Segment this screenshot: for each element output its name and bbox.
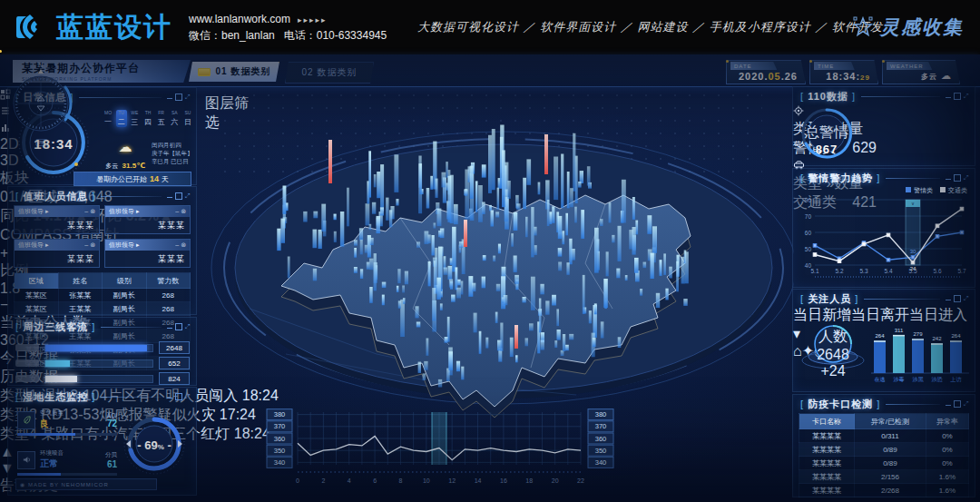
inspiration-collect[interactable]: 灵感收集 bbox=[851, 0, 964, 54]
phone: 电话：010-63334945 bbox=[284, 29, 387, 42]
panel-controls[interactable]: ⤢ bbox=[946, 174, 969, 182]
map-3d-view[interactable] bbox=[195, 82, 794, 427]
minimize-icon bbox=[167, 398, 172, 399]
weekday-cell: TU二 bbox=[116, 110, 127, 127]
svg-text:360: 360 bbox=[274, 435, 286, 443]
svg-text:12: 12 bbox=[448, 477, 456, 484]
lanlan-logo-icon bbox=[13, 9, 49, 45]
table-row[interactable]: 某某区张某某副局长268 bbox=[15, 289, 191, 302]
noise-label: 环境噪音 bbox=[40, 449, 64, 458]
north-label: N bbox=[38, 62, 43, 68]
time-label: TIME bbox=[814, 62, 855, 70]
focus-bar-chart[interactable]: 264 在逃311 涉毒279 涉黑242 涉恐264 上访 bbox=[869, 317, 971, 388]
table-row[interactable]: 某某区王某某副局长268 bbox=[15, 302, 191, 316]
lunar-line2: 庚子年【鼠年】 bbox=[152, 149, 193, 157]
panel-eco-monitor: 湿地生态监控 ⤢ 空气质量 良 AQI 72 bbox=[7, 387, 197, 496]
eco-gauge-value: - 69% - bbox=[133, 438, 175, 452]
tab-data-category-1[interactable]: 01 数据类别 bbox=[189, 62, 279, 82]
table-row[interactable]: 某某某某0/890% bbox=[799, 443, 969, 457]
weekday-row: MO一TU二WE三TH四FR五SA六SU日 bbox=[103, 110, 193, 127]
duty-col-header[interactable]: 区域 bbox=[15, 273, 59, 289]
cloud-icon: ☁ bbox=[941, 70, 952, 81]
window-icon bbox=[175, 94, 182, 101]
flow-bar-row: 2648 bbox=[15, 341, 190, 354]
window-icon bbox=[175, 323, 182, 330]
flow-value: 2648 bbox=[159, 341, 190, 354]
checkpoint-col-header[interactable]: 异常率 bbox=[926, 414, 968, 429]
compass-dial[interactable]: N bbox=[5, 60, 76, 138]
air-label: 空气质量 bbox=[40, 409, 64, 418]
tab2-label: 02 数据类别 bbox=[302, 66, 358, 79]
lunar-line3: 辛巳月 已巳日 bbox=[152, 157, 193, 165]
window-icon bbox=[175, 393, 182, 400]
svg-text:2: 2 bbox=[321, 477, 325, 484]
panel-controls[interactable]: ⤢ bbox=[946, 400, 969, 408]
office-line-chart[interactable]: 380 380 370 370 360 360 350 350 340 340 … bbox=[265, 407, 619, 494]
tab-data-category-2[interactable]: 02 数据类别 bbox=[285, 62, 374, 84]
checkpoint-title: 防疫卡口检测 bbox=[800, 398, 880, 411]
duty-col-header[interactable]: 姓名 bbox=[58, 273, 103, 289]
brand-logo[interactable]: 蓝蓝设计 bbox=[13, 9, 172, 46]
duty-card[interactable]: 值班领导 ▸– ⊗ 某某某 bbox=[14, 239, 100, 268]
svg-text:350: 350 bbox=[595, 447, 607, 455]
collect-label: 灵感收集 bbox=[880, 15, 964, 40]
banner-suffix: 天 bbox=[162, 174, 169, 184]
weekday-cell: SA六 bbox=[169, 110, 180, 127]
svg-text:264: 264 bbox=[951, 333, 961, 339]
panel-controls[interactable]: ⤢ bbox=[167, 94, 191, 101]
noise-unit: 分贝 bbox=[105, 451, 117, 459]
duty-card[interactable]: 值班领导 ▸– ⊗ 某某某 bbox=[104, 239, 191, 268]
weekday-cell: FR五 bbox=[156, 110, 167, 127]
svg-text:380: 380 bbox=[595, 410, 607, 418]
table-row[interactable]: 某某某某0/890% bbox=[799, 457, 969, 470]
table-row[interactable]: 某某某某2/2681.6% bbox=[799, 484, 969, 497]
focus-delta: +24 bbox=[820, 363, 845, 379]
minimize-icon bbox=[167, 98, 172, 99]
date-plate: DATE 2020.05.26 bbox=[726, 60, 806, 84]
air-quality-block: 空气质量 良 AQI 72 bbox=[17, 409, 117, 436]
checkpoint-table: 卡口名称异常/已检测异常率 某某某某0/3110% 某某某某0/890% 某某某… bbox=[799, 413, 969, 497]
flow-label-redacted bbox=[15, 375, 39, 382]
svg-text:340: 340 bbox=[595, 458, 607, 467]
trend-line-chart[interactable]: 9070605040 v30245.15.25.35.45.55.65.7 bbox=[797, 194, 971, 285]
minimize-icon bbox=[946, 179, 951, 180]
wechat: 微信：ben_lanlan bbox=[189, 29, 275, 42]
panel-police-trend: 警情警力趋势 ⤢ 警情类交通类 9070605040 v30245.15.25.… bbox=[792, 168, 975, 288]
duty-col-header[interactable]: 级别 bbox=[103, 273, 147, 289]
duty-cards: 值班领导 ▸– ⊗ 某某某 值班领导 ▸– ⊗ 某某某 值班领导 ▸– ⊗ 某某… bbox=[14, 205, 191, 268]
speaker-icon bbox=[17, 451, 35, 469]
expand-icon: ⤢ bbox=[185, 94, 191, 100]
duty-card[interactable]: 值班领导 ▸– ⊗ 某某某 bbox=[104, 205, 191, 234]
svg-text:5.3: 5.3 bbox=[859, 268, 867, 274]
svg-text:14: 14 bbox=[475, 477, 482, 484]
panel-controls[interactable]: ⤢ bbox=[167, 192, 191, 200]
leaf-icon bbox=[17, 411, 35, 429]
table-row[interactable]: 某某某某2/1561.6% bbox=[799, 470, 969, 484]
svg-text:22: 22 bbox=[577, 477, 584, 484]
expand-icon: ⤢ bbox=[185, 394, 191, 399]
minimize-icon bbox=[946, 97, 951, 98]
svg-text:5.5: 5.5 bbox=[908, 268, 916, 274]
panel-controls[interactable]: ⤢ bbox=[167, 323, 191, 330]
weekday-cell: WE三 bbox=[129, 110, 140, 127]
air-status: 良 bbox=[40, 418, 64, 430]
checkpoint-col-header[interactable]: 卡口名称 bbox=[799, 414, 855, 429]
weekday-cell: TH四 bbox=[142, 110, 153, 127]
svg-text:18: 18 bbox=[525, 477, 533, 484]
clock-time: 18:34 bbox=[26, 136, 81, 152]
duty-col-header[interactable]: 警力数 bbox=[146, 273, 191, 289]
star-icon bbox=[851, 15, 875, 39]
svg-text:340: 340 bbox=[274, 458, 286, 467]
svg-text:8: 8 bbox=[399, 477, 403, 484]
checkpoint-col-header[interactable]: 异常/已检测 bbox=[855, 414, 926, 429]
table-row[interactable]: 某某某某0/3110% bbox=[799, 429, 969, 443]
svg-text:60: 60 bbox=[805, 230, 812, 236]
air-unit: AQI bbox=[107, 412, 117, 418]
panel-controls[interactable]: ⤢ bbox=[946, 93, 969, 100]
duty-card[interactable]: 值班领导 ▸– ⊗ 某某某 bbox=[14, 205, 100, 234]
site-url[interactable]: www.lanlanwork.com bbox=[189, 13, 290, 25]
flow-label-redacted bbox=[15, 344, 39, 351]
banner-days: 14 bbox=[150, 174, 159, 183]
panel-controls[interactable]: ⤢ bbox=[946, 295, 969, 302]
panel-controls[interactable]: ⤢ bbox=[167, 393, 191, 400]
